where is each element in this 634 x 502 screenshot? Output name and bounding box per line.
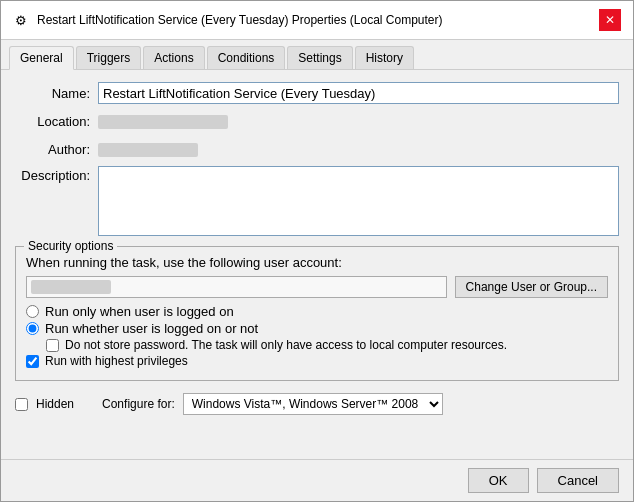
radio-logged-on-row: Run only when user is logged on	[26, 304, 608, 319]
location-redacted	[98, 115, 228, 129]
when-running-label: When running the task, use the following…	[26, 255, 608, 270]
title-bar-left: ⚙ Restart LiftNotification Service (Ever…	[13, 12, 443, 28]
description-row: Description:	[15, 166, 619, 236]
no-password-row: Do not store password. The task will onl…	[46, 338, 608, 352]
radio-whether-logged[interactable]	[26, 322, 39, 335]
author-value	[98, 141, 619, 157]
security-options-group: Security options When running the task, …	[15, 246, 619, 381]
title-bar: ⚙ Restart LiftNotification Service (Ever…	[1, 1, 633, 40]
name-input[interactable]	[98, 82, 619, 104]
radio-whether-logged-row: Run whether user is logged on or not	[26, 321, 608, 336]
highest-privileges-checkbox[interactable]	[26, 355, 39, 368]
radio-whether-logged-label: Run whether user is logged on or not	[45, 321, 258, 336]
tab-history[interactable]: History	[355, 46, 414, 69]
tab-content: Name: Location: Author: Description:	[1, 70, 633, 459]
cancel-button[interactable]: Cancel	[537, 468, 619, 493]
security-legend: Security options	[24, 239, 117, 253]
user-account-field	[26, 276, 447, 298]
highest-privileges-label: Run with highest privileges	[45, 354, 188, 368]
name-value	[98, 82, 619, 104]
author-label: Author:	[15, 142, 90, 157]
name-label: Name:	[15, 86, 90, 101]
hidden-label: Hidden	[36, 397, 74, 411]
dialog-title: Restart LiftNotification Service (Every …	[37, 13, 443, 27]
tab-settings[interactable]: Settings	[287, 46, 352, 69]
change-user-group-button[interactable]: Change User or Group...	[455, 276, 608, 298]
configure-for-select[interactable]: Windows Vista™, Windows Server™ 2008 Win…	[183, 393, 443, 415]
description-label: Description:	[15, 166, 90, 183]
location-row: Location:	[15, 110, 619, 132]
tab-actions[interactable]: Actions	[143, 46, 204, 69]
user-account-row: Change User or Group...	[26, 276, 608, 298]
bottom-bar: OK Cancel	[1, 459, 633, 501]
radio-logged-on-label: Run only when user is logged on	[45, 304, 234, 319]
location-value	[98, 113, 619, 129]
dialog-window: ⚙ Restart LiftNotification Service (Ever…	[0, 0, 634, 502]
ok-button[interactable]: OK	[468, 468, 529, 493]
close-button[interactable]: ✕	[599, 9, 621, 31]
highest-privileges-row: Run with highest privileges	[26, 354, 608, 368]
user-account-redacted	[31, 280, 111, 294]
app-icon: ⚙	[13, 12, 29, 28]
radio-logged-on[interactable]	[26, 305, 39, 318]
configure-row: Hidden Configure for: Windows Vista™, Wi…	[15, 393, 619, 415]
hidden-checkbox[interactable]	[15, 398, 28, 411]
no-password-checkbox[interactable]	[46, 339, 59, 352]
tab-conditions[interactable]: Conditions	[207, 46, 286, 69]
configure-for-label: Configure for:	[102, 397, 175, 411]
author-row: Author:	[15, 138, 619, 160]
description-input[interactable]	[98, 166, 619, 236]
location-label: Location:	[15, 114, 90, 129]
tab-general[interactable]: General	[9, 46, 74, 70]
author-redacted	[98, 143, 198, 157]
tab-bar: General Triggers Actions Conditions Sett…	[1, 40, 633, 70]
no-password-label: Do not store password. The task will onl…	[65, 338, 507, 352]
name-row: Name:	[15, 82, 619, 104]
tab-triggers[interactable]: Triggers	[76, 46, 142, 69]
